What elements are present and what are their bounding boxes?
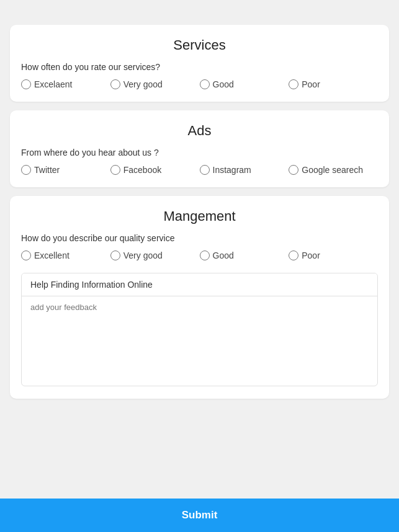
services-option-0[interactable]: Excelaent	[21, 79, 110, 89]
ads-card: Ads From where do you hear about us ? Tw…	[10, 110, 389, 187]
ads-option-label-2: Instagram	[213, 165, 251, 175]
ads-radio-group: Twitter Facebook Instagram Google searec…	[21, 165, 378, 175]
ads-option-0[interactable]: Twitter	[21, 165, 110, 175]
feedback-textarea[interactable]	[22, 296, 377, 383]
ads-radio-2[interactable]	[200, 165, 210, 175]
management-radio-3[interactable]	[289, 250, 298, 260]
management-option-3[interactable]: Poor	[289, 250, 378, 260]
services-option-1[interactable]: Very good	[110, 79, 200, 89]
management-option-label-2: Good	[213, 250, 234, 260]
services-option-label-3: Poor	[302, 79, 320, 89]
management-option-label-1: Very good	[123, 250, 163, 260]
management-option-2[interactable]: Good	[200, 250, 289, 260]
ads-option-3[interactable]: Google searech	[289, 165, 378, 175]
ads-option-1[interactable]: Facebook	[110, 165, 200, 175]
services-option-3[interactable]: Poor	[289, 79, 378, 89]
management-radio-group: Excellent Very good Good Poor	[21, 250, 378, 260]
management-option-label-3: Poor	[302, 250, 320, 260]
management-card: Mangement How do you describe our qualit…	[10, 196, 389, 399]
services-radio-0[interactable]	[21, 79, 31, 89]
services-option-label-2: Good	[213, 79, 234, 89]
ads-radio-1[interactable]	[110, 165, 120, 175]
services-title: Services	[21, 37, 378, 53]
feedback-header: Help Finding Information Online	[22, 273, 377, 296]
submit-bar[interactable]: Submit	[0, 499, 399, 532]
management-question: How do you describe our quality service	[21, 233, 378, 243]
ads-option-2[interactable]: Instagram	[200, 165, 289, 175]
ads-option-label-3: Google searech	[302, 165, 363, 175]
management-option-0[interactable]: Excellent	[21, 250, 110, 260]
management-title: Mangement	[21, 208, 378, 224]
services-card: Services How often do you rate our servi…	[10, 25, 389, 102]
management-option-1[interactable]: Very good	[110, 250, 200, 260]
management-radio-2[interactable]	[200, 250, 210, 260]
ads-option-label-0: Twitter	[34, 165, 60, 175]
ads-option-label-1: Facebook	[123, 165, 161, 175]
management-radio-1[interactable]	[110, 250, 120, 260]
management-option-label-0: Excellent	[34, 250, 69, 260]
feedback-section: Help Finding Information Online	[21, 273, 378, 386]
services-question: How often do you rate our services?	[21, 62, 378, 72]
services-radio-2[interactable]	[200, 79, 210, 89]
services-radio-1[interactable]	[110, 79, 120, 89]
ads-radio-0[interactable]	[21, 165, 31, 175]
services-option-label-0: Excelaent	[34, 79, 72, 89]
services-radio-group: Excelaent Very good Good Poor	[21, 79, 378, 89]
ads-title: Ads	[21, 123, 378, 139]
submit-label: Submit	[182, 509, 218, 521]
services-option-2[interactable]: Good	[200, 79, 289, 89]
ads-question: From where do you hear about us ?	[21, 148, 378, 157]
ads-radio-3[interactable]	[289, 165, 298, 175]
services-radio-3[interactable]	[289, 79, 298, 89]
services-option-label-1: Very good	[123, 79, 163, 89]
management-radio-0[interactable]	[21, 250, 31, 260]
